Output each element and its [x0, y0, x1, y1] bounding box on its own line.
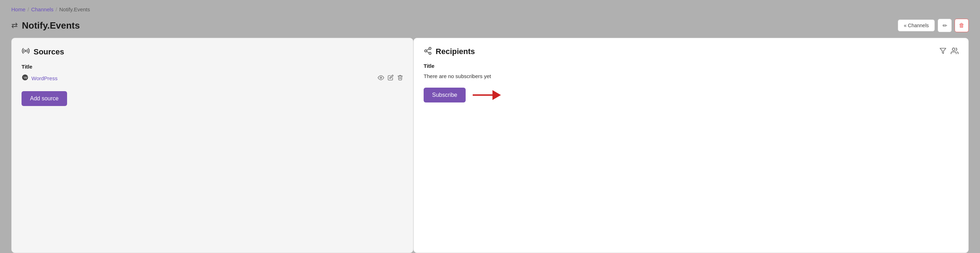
page-title: Notify.Events — [22, 20, 80, 31]
recipients-panel: Recipients Title Th — [414, 38, 969, 253]
svg-point-1 — [380, 77, 382, 78]
wordpress-icon — [22, 74, 29, 83]
arrows-icon: ⇄ — [11, 21, 18, 30]
breadcrumb-sep-2: / — [56, 6, 57, 12]
svg-point-0 — [25, 50, 27, 51]
group-icon[interactable] — [951, 47, 958, 56]
svg-marker-7 — [940, 48, 946, 53]
breadcrumb-sep-1: / — [27, 6, 29, 12]
subscribe-area: Subscribe — [424, 88, 958, 102]
breadcrumb-channels[interactable]: Channels — [31, 6, 53, 12]
arrow-indicator — [473, 91, 501, 99]
recipients-panel-title: Recipients — [436, 47, 475, 56]
delete-source-icon[interactable] — [397, 75, 403, 82]
recipients-col-title: Title — [424, 63, 958, 69]
svg-line-6 — [427, 49, 429, 51]
main-content: Sources Title WordPress — [0, 38, 980, 253]
no-subscribers-message: There are no subscribers yet — [424, 73, 958, 79]
recipients-header-actions — [939, 47, 958, 56]
svg-line-5 — [427, 51, 429, 53]
sources-col-title: Title — [22, 64, 403, 70]
sources-icon — [22, 46, 30, 57]
sources-panel: Sources Title WordPress — [11, 38, 414, 253]
subscribe-button[interactable]: Subscribe — [424, 88, 466, 102]
sources-panel-header: Sources — [22, 46, 403, 57]
edit-button[interactable]: ✏ — [938, 19, 952, 32]
table-row: WordPress — [22, 74, 403, 83]
recipients-icon — [424, 46, 432, 56]
breadcrumb-current: Notify.Events — [59, 6, 90, 12]
recipients-header-row: Recipients — [424, 46, 958, 56]
svg-point-8 — [953, 48, 955, 50]
breadcrumb-home[interactable]: Home — [11, 6, 25, 12]
back-to-channels-button[interactable]: « Channels — [898, 19, 935, 32]
delete-icon: 🗑 — [959, 22, 964, 29]
filter-icon[interactable] — [939, 47, 947, 56]
header-actions: « Channels ✏ 🗑 — [898, 19, 969, 32]
page-header: ⇄ Notify.Events « Channels ✏ 🗑 — [0, 15, 980, 38]
breadcrumb: Home / Channels / Notify.Events — [11, 6, 969, 12]
add-source-button[interactable]: Add source — [22, 91, 67, 106]
edit-source-icon[interactable] — [388, 75, 394, 82]
sources-panel-title: Sources — [33, 47, 64, 56]
source-row-actions — [378, 75, 403, 82]
delete-button[interactable]: 🗑 — [955, 19, 969, 32]
source-link-wordpress[interactable]: WordPress — [32, 75, 57, 81]
edit-icon: ✏ — [943, 22, 947, 29]
view-source-icon[interactable] — [378, 75, 384, 82]
